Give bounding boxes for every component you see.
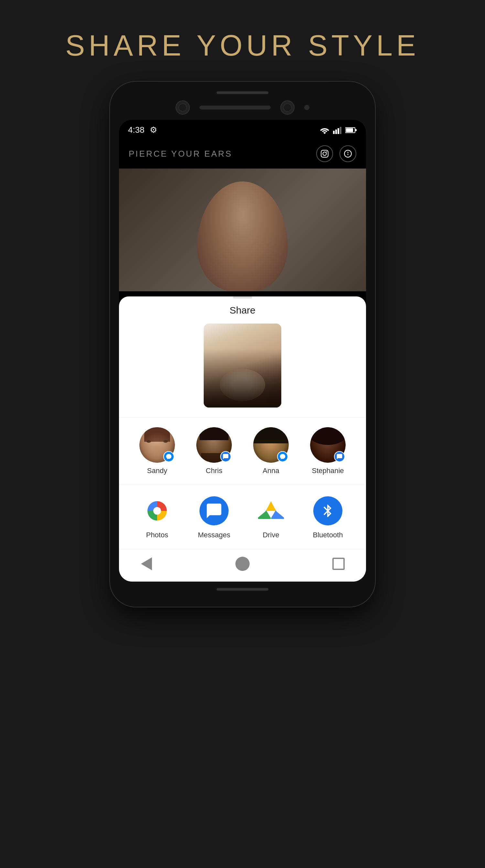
share-title: Share xyxy=(119,305,366,316)
phone-screen: 4:38 ⚙ xyxy=(119,120,366,582)
svg-rect-2 xyxy=(338,128,339,134)
app-name-bluetooth: Bluetooth xyxy=(313,531,343,539)
app-messages[interactable]: Messages xyxy=(198,495,230,539)
nav-bar xyxy=(119,549,366,582)
share-sheet: Share xyxy=(119,297,366,582)
status-time: 4:38 xyxy=(128,125,145,135)
phone-bottom-bar xyxy=(217,588,268,591)
camera-left xyxy=(176,100,190,115)
app-bar-icons xyxy=(316,145,356,162)
apps-row: Photos Messages xyxy=(119,485,366,549)
hero-image xyxy=(119,168,366,291)
bluetooth-icon-wrap xyxy=(312,495,344,527)
app-name-photos: Photos xyxy=(146,531,168,539)
app-title: PIERCE YOUR EARS xyxy=(129,149,232,159)
contact-avatar-anna xyxy=(253,427,289,463)
nav-recents-button[interactable] xyxy=(331,556,347,572)
back-arrow-icon xyxy=(141,557,152,570)
phone-top-sensors xyxy=(119,100,366,115)
drive-icon-wrap xyxy=(255,495,287,527)
contact-name-anna: Anna xyxy=(262,467,279,475)
svg-rect-6 xyxy=(355,129,356,131)
app-photos[interactable]: Photos xyxy=(141,495,173,539)
info-button[interactable] xyxy=(340,145,356,162)
recents-square-icon xyxy=(333,558,345,570)
svg-rect-5 xyxy=(346,128,353,132)
instagram-icon xyxy=(320,150,329,158)
camera-right xyxy=(280,100,294,115)
bluetooth-icon xyxy=(313,496,342,525)
contact-sandy[interactable]: Sandy xyxy=(139,427,175,475)
contacts-row: Sandy xyxy=(119,417,366,485)
app-name-drive: Drive xyxy=(262,531,279,539)
mic-dot xyxy=(304,105,309,110)
svg-marker-23 xyxy=(266,502,276,510)
app-bar: PIERCE YOUR EARS xyxy=(119,140,366,168)
svg-rect-1 xyxy=(335,129,337,134)
contact-name-chris: Chris xyxy=(206,467,222,475)
app-drive[interactable]: Drive xyxy=(255,495,287,539)
contact-avatar-chris xyxy=(196,427,232,463)
sheet-handle xyxy=(233,297,252,299)
battery-icon xyxy=(345,126,357,134)
badge-messages-stephanie xyxy=(334,451,345,462)
svg-point-13 xyxy=(153,507,161,515)
status-right xyxy=(319,126,357,134)
contact-stephanie[interactable]: Stephanie xyxy=(310,427,346,475)
badge-messages-chris xyxy=(220,451,231,462)
contact-name-sandy: Sandy xyxy=(147,467,167,475)
app-name-messages: Messages xyxy=(198,531,230,539)
svg-point-8 xyxy=(323,152,326,156)
nav-back-button[interactable] xyxy=(138,556,154,572)
contact-anna[interactable]: Anna xyxy=(253,427,289,475)
contact-avatar-stephanie xyxy=(310,427,346,463)
svg-point-9 xyxy=(326,151,327,152)
instagram-button[interactable] xyxy=(316,145,333,162)
drive-icon xyxy=(258,498,284,524)
photos-icon xyxy=(144,498,170,524)
speaker-bar xyxy=(199,105,270,110)
messages-icon xyxy=(199,496,229,525)
svg-rect-3 xyxy=(340,127,341,134)
nav-home-button[interactable] xyxy=(234,556,251,572)
badge-messenger-anna xyxy=(277,451,288,462)
info-icon xyxy=(344,150,352,158)
phone-shell: 4:38 ⚙ xyxy=(110,82,375,607)
badge-messenger-sandy xyxy=(163,451,174,462)
messages-icon-wrap xyxy=(198,495,230,527)
svg-rect-7 xyxy=(321,150,328,157)
app-bluetooth[interactable]: Bluetooth xyxy=(312,495,344,539)
page-title: SHARE YOUR STYLE xyxy=(65,29,420,62)
wifi-icon xyxy=(319,126,330,134)
contact-name-stephanie: Stephanie xyxy=(312,467,344,475)
home-circle-icon xyxy=(235,557,250,571)
settings-icon: ⚙ xyxy=(150,125,157,135)
preview-image xyxy=(204,323,281,407)
contact-chris[interactable]: Chris xyxy=(196,427,232,475)
svg-rect-0 xyxy=(333,131,335,134)
signal-icon xyxy=(333,126,342,134)
status-bar: 4:38 ⚙ xyxy=(119,120,366,140)
photos-icon-wrap xyxy=(141,495,173,527)
share-preview xyxy=(119,323,366,407)
contact-avatar-sandy xyxy=(139,427,175,463)
status-left: 4:38 ⚙ xyxy=(128,125,157,135)
